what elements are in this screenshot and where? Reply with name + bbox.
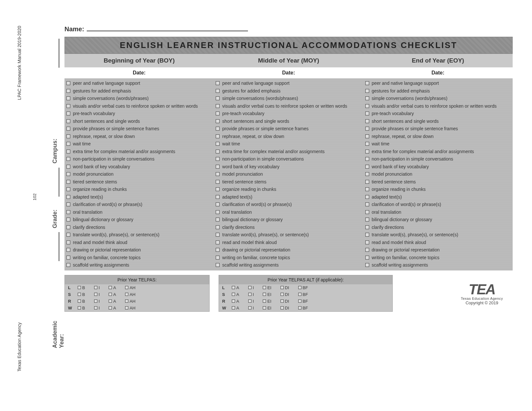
checkbox[interactable] bbox=[248, 293, 251, 296]
checkbox[interactable] bbox=[216, 172, 220, 176]
checkbox[interactable] bbox=[365, 248, 369, 252]
checkbox[interactable] bbox=[365, 240, 369, 244]
checkbox[interactable] bbox=[365, 157, 369, 161]
checkbox[interactable] bbox=[66, 150, 70, 153]
checkbox[interactable] bbox=[66, 165, 70, 169]
checkbox[interactable] bbox=[216, 134, 220, 138]
checkbox[interactable] bbox=[216, 119, 220, 123]
checkbox[interactable] bbox=[216, 256, 220, 259]
checkbox[interactable] bbox=[216, 157, 220, 161]
checkbox[interactable] bbox=[365, 150, 369, 153]
checkbox[interactable] bbox=[232, 293, 235, 296]
checkbox[interactable] bbox=[263, 306, 266, 309]
checkbox[interactable] bbox=[94, 306, 97, 309]
checkbox[interactable] bbox=[66, 89, 70, 93]
checkbox[interactable] bbox=[298, 293, 301, 296]
checkbox[interactable] bbox=[281, 293, 284, 296]
checkbox[interactable] bbox=[216, 195, 220, 199]
checkbox[interactable] bbox=[125, 286, 128, 289]
checkbox[interactable] bbox=[298, 286, 301, 289]
checkbox[interactable] bbox=[109, 286, 112, 289]
checkbox[interactable] bbox=[365, 119, 369, 123]
checkbox[interactable] bbox=[263, 286, 266, 289]
checkbox[interactable] bbox=[216, 96, 220, 100]
checkbox[interactable] bbox=[216, 81, 220, 85]
checkbox[interactable] bbox=[365, 104, 369, 108]
checkbox[interactable] bbox=[365, 210, 369, 214]
checkbox[interactable] bbox=[216, 202, 220, 206]
checkbox[interactable] bbox=[66, 112, 70, 115]
checkbox[interactable] bbox=[216, 142, 220, 146]
checkbox[interactable] bbox=[78, 299, 81, 303]
checkbox[interactable] bbox=[216, 248, 220, 252]
checkbox[interactable] bbox=[66, 240, 70, 244]
checkbox[interactable] bbox=[66, 142, 70, 146]
checkbox[interactable] bbox=[66, 218, 70, 221]
checkbox[interactable] bbox=[109, 299, 112, 303]
checkbox[interactable] bbox=[365, 127, 369, 131]
checkbox[interactable] bbox=[298, 299, 301, 303]
checkbox[interactable] bbox=[66, 233, 70, 237]
checkbox[interactable] bbox=[216, 112, 220, 115]
checkbox[interactable] bbox=[365, 202, 369, 206]
checkbox[interactable] bbox=[66, 263, 70, 267]
checkbox[interactable] bbox=[248, 306, 251, 309]
checkbox[interactable] bbox=[94, 293, 97, 296]
checkbox[interactable] bbox=[66, 119, 70, 123]
checkbox[interactable] bbox=[66, 127, 70, 131]
checkbox[interactable] bbox=[125, 299, 128, 303]
checkbox[interactable] bbox=[66, 195, 70, 199]
checkbox[interactable] bbox=[216, 104, 220, 108]
checkbox[interactable] bbox=[216, 127, 220, 131]
checkbox[interactable] bbox=[66, 180, 70, 184]
checkbox[interactable] bbox=[365, 195, 369, 199]
checkbox[interactable] bbox=[66, 96, 70, 100]
checkbox[interactable] bbox=[66, 248, 70, 252]
checkbox[interactable] bbox=[66, 104, 70, 108]
checkbox[interactable] bbox=[78, 286, 81, 289]
checkbox[interactable] bbox=[281, 306, 284, 309]
checkbox[interactable] bbox=[216, 165, 220, 169]
checkbox[interactable] bbox=[66, 134, 70, 138]
checkbox[interactable] bbox=[66, 256, 70, 259]
checkbox[interactable] bbox=[66, 172, 70, 176]
checkbox[interactable] bbox=[66, 187, 70, 191]
checkbox[interactable] bbox=[248, 286, 251, 289]
checkbox[interactable] bbox=[216, 225, 220, 229]
checkbox[interactable] bbox=[216, 89, 220, 93]
checkbox[interactable] bbox=[66, 210, 70, 214]
checkbox[interactable] bbox=[365, 112, 369, 115]
checkbox[interactable] bbox=[232, 299, 235, 303]
checkbox[interactable] bbox=[66, 81, 70, 85]
checkbox[interactable] bbox=[365, 263, 369, 267]
checkbox[interactable] bbox=[216, 210, 220, 214]
checkbox[interactable] bbox=[365, 256, 369, 259]
checkbox[interactable] bbox=[78, 306, 81, 309]
checkbox[interactable] bbox=[365, 96, 369, 100]
checkbox[interactable] bbox=[66, 225, 70, 229]
checkbox[interactable] bbox=[365, 225, 369, 229]
checkbox[interactable] bbox=[365, 81, 369, 85]
checkbox[interactable] bbox=[78, 293, 81, 296]
checkbox[interactable] bbox=[216, 187, 220, 191]
checkbox[interactable] bbox=[66, 202, 70, 206]
checkbox[interactable] bbox=[298, 306, 301, 309]
checkbox[interactable] bbox=[216, 150, 220, 153]
checkbox[interactable] bbox=[263, 293, 266, 296]
checkbox[interactable] bbox=[66, 157, 70, 161]
checkbox[interactable] bbox=[216, 240, 220, 244]
checkbox[interactable] bbox=[263, 299, 266, 303]
checkbox[interactable] bbox=[109, 293, 112, 296]
checkbox[interactable] bbox=[281, 286, 284, 289]
checkbox[interactable] bbox=[365, 172, 369, 176]
checkbox[interactable] bbox=[365, 165, 369, 169]
name-input-line[interactable] bbox=[87, 24, 248, 31]
checkbox[interactable] bbox=[365, 218, 369, 221]
checkbox[interactable] bbox=[232, 286, 235, 289]
checkbox[interactable] bbox=[281, 299, 284, 303]
checkbox[interactable] bbox=[365, 134, 369, 138]
checkbox[interactable] bbox=[365, 142, 369, 146]
checkbox[interactable] bbox=[365, 187, 369, 191]
checkbox[interactable] bbox=[365, 180, 369, 184]
checkbox[interactable] bbox=[248, 299, 251, 303]
